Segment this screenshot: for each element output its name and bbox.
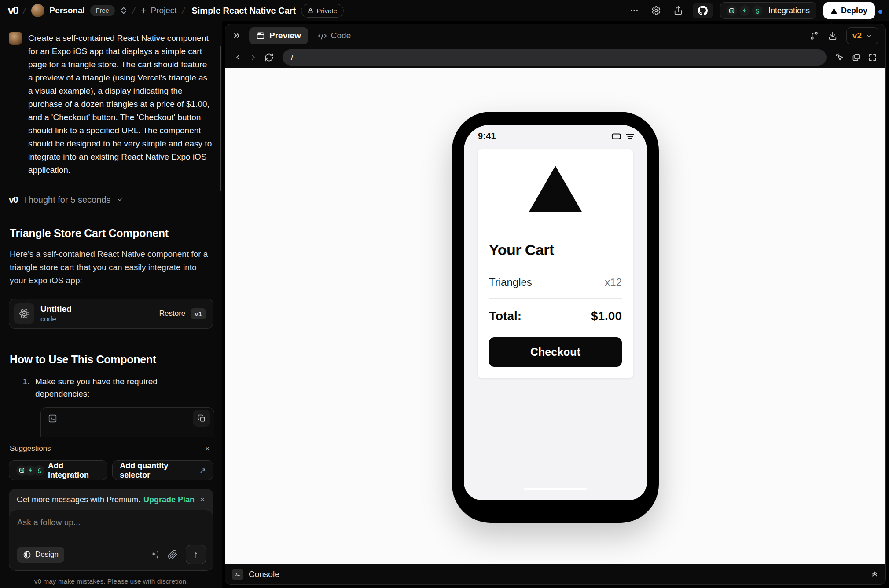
settings-gear-icon[interactable]	[649, 3, 664, 18]
refresh-icon[interactable]	[263, 51, 276, 64]
status-icons	[611, 133, 635, 140]
code-version-card[interactable]: Untitled code Restore v1	[9, 299, 213, 329]
suggestions-label: Suggestions	[10, 444, 51, 453]
composer-area: Suggestions ×	[0, 437, 222, 588]
forward-icon[interactable]	[247, 51, 259, 63]
deploy-button[interactable]: Deploy	[823, 2, 875, 19]
send-button[interactable]: ↑	[186, 545, 206, 564]
terminal-icon	[48, 414, 57, 423]
supabase-integration-icon	[752, 5, 763, 16]
workspace-avatar[interactable]	[31, 4, 44, 17]
topbar-actions: Integrations Deploy	[627, 2, 882, 19]
add-project-button[interactable]: Project	[140, 6, 176, 15]
sidebar-scrollbar[interactable]	[220, 46, 221, 191]
v0-assistant-icon: v0	[9, 194, 17, 205]
list-item: 1. Make sure you have the required depen…	[0, 376, 213, 400]
cart-item-row: Triangles x12	[489, 276, 622, 299]
arrow-up-icon: ↑	[194, 549, 198, 560]
total-label: Total:	[489, 309, 522, 323]
vercel-triangle	[529, 166, 582, 212]
v0-logo[interactable]: v0	[8, 4, 18, 17]
breadcrumb-separator: /	[22, 5, 27, 16]
iphone-mockup: 9:41 Your Cart Triangles	[452, 112, 659, 523]
github-button[interactable]	[693, 3, 713, 18]
user-message-avatar	[9, 32, 22, 45]
lock-icon	[308, 7, 313, 14]
restore-button[interactable]: Restore	[159, 309, 186, 318]
total-value: $1.00	[591, 309, 622, 323]
chevron-down-icon	[866, 33, 872, 39]
cart-total-row: Total: $1.00	[489, 309, 622, 323]
breadcrumb-separator: /	[131, 5, 136, 16]
integrations-button[interactable]: Integrations	[720, 2, 816, 19]
plus-icon	[140, 7, 147, 15]
user-message: Create a self-contained React Native com…	[0, 21, 222, 177]
collapse-panel-icon[interactable]	[232, 31, 241, 40]
fullscreen-icon[interactable]	[866, 51, 879, 64]
workspace-name[interactable]: Personal	[50, 6, 85, 15]
top-bar: v0 / Personal Free / Project / Simple Re…	[0, 0, 889, 21]
inspect-cursor-icon[interactable]	[834, 51, 846, 64]
console-bar[interactable]: Console	[225, 564, 885, 584]
step-number: 1.	[0, 376, 35, 400]
premium-text: Get more messages with Premium.	[17, 495, 140, 504]
expand-console-icon[interactable]	[871, 570, 879, 579]
neon-integration-icon	[727, 5, 737, 16]
add-integration-suggestion[interactable]: Add Integration	[9, 460, 107, 480]
preview-panel: Preview Code v2	[225, 24, 886, 585]
tab-code[interactable]: Code	[312, 31, 356, 40]
vercel-triangle-icon	[831, 8, 837, 14]
chevron-down-icon	[116, 196, 123, 203]
git-branch-icon[interactable]	[809, 31, 819, 40]
console-terminal-icon	[232, 569, 243, 580]
plan-badge: Free	[90, 5, 115, 16]
notification-dot	[878, 9, 883, 15]
github-icon	[698, 6, 708, 15]
react-icon	[14, 303, 34, 324]
console-label: Console	[249, 570, 279, 579]
privacy-badge[interactable]: Private	[301, 4, 344, 18]
supabase-integration-icon	[34, 465, 44, 476]
close-premium-icon[interactable]: ×	[197, 495, 207, 504]
upgrade-plan-link[interactable]: Upgrade Plan	[143, 495, 195, 504]
close-suggestions-icon[interactable]: ×	[202, 443, 213, 454]
add-quantity-selector-suggestion[interactable]: Add quantity selector ↗	[112, 460, 213, 480]
back-icon[interactable]	[232, 51, 244, 63]
share-icon[interactable]	[671, 3, 686, 18]
user-message-text: Create a self-contained React Native com…	[28, 32, 213, 177]
more-options-icon[interactable]	[627, 3, 642, 18]
battery-icon	[611, 133, 623, 140]
attach-paperclip-icon[interactable]	[168, 550, 178, 560]
chat-title[interactable]: Simple React Native Cart	[191, 6, 296, 16]
preview-viewport[interactable]: 9:41 Your Cart Triangles	[225, 68, 885, 564]
version-card-name: Untitled	[40, 304, 72, 314]
item-quantity: x12	[605, 276, 622, 289]
breadcrumb-separator: /	[181, 5, 186, 16]
input-placeholder: Ask a follow up...	[17, 518, 206, 527]
browser-window-icon	[256, 31, 265, 40]
open-copy-icon[interactable]	[850, 51, 863, 64]
followup-input[interactable]: Ask a follow up... Design	[9, 510, 213, 571]
v0-app: v0 / Personal Free / Project / Simple Re…	[0, 0, 889, 588]
chevrons-updown-icon[interactable]	[120, 7, 127, 15]
download-icon[interactable]	[828, 31, 838, 40]
status-time: 9:41	[478, 131, 496, 141]
howto-title: How to Use This Component	[10, 353, 213, 366]
version-dropdown[interactable]: v2	[846, 27, 878, 44]
step-text: Make sure you have the required dependen…	[35, 376, 213, 400]
checkout-button[interactable]: Checkout	[489, 337, 622, 367]
design-mode-toggle[interactable]: Design	[17, 547, 64, 563]
sparkles-icon[interactable]	[150, 550, 160, 560]
cart-title: Your Cart	[489, 241, 622, 259]
tab-preview[interactable]: Preview	[249, 27, 308, 44]
disclaimer-text: v0 may make mistakes. Please use with di…	[9, 577, 213, 585]
arrow-up-right-icon: ↗	[199, 466, 206, 475]
main-area: Preview Code v2	[222, 21, 889, 588]
home-indicator	[524, 488, 587, 490]
url-input[interactable]: /	[283, 49, 827, 66]
copy-code-button[interactable]	[193, 410, 210, 427]
thought-toggle[interactable]: v0 Thought for 5 seconds	[9, 194, 213, 205]
thought-label: Thought for 5 seconds	[23, 195, 110, 205]
preview-url-bar: /	[225, 47, 885, 68]
preview-toolbar: Preview Code v2	[225, 24, 885, 47]
